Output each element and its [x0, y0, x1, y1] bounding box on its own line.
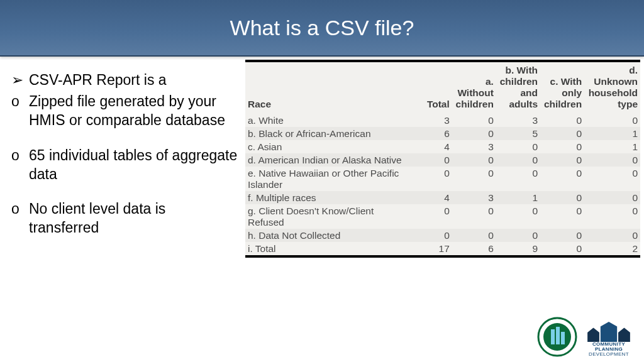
bullet-text: Zipped file generated by your HMIS or co… — [29, 92, 239, 130]
table-row: g. Client Doesn't Know/Client Refused000… — [245, 204, 640, 229]
cell-value: 3 — [413, 114, 452, 127]
cell-value: 0 — [540, 153, 584, 167]
race-label: a. White — [245, 114, 413, 127]
race-label: f. Multiple races — [245, 191, 413, 204]
cpd-text-3: DEVELOPMENT — [589, 352, 629, 357]
cell-value: 0 — [413, 153, 452, 167]
bullet-list: ➢CSV-APR Report is ao Zipped file genera… — [0, 60, 245, 362]
cell-value: 0 — [413, 167, 452, 191]
race-label: i. Total — [245, 242, 413, 255]
race-label: e. Native Hawaiian or Other Pacific Isla… — [245, 167, 413, 191]
bullet-text: No client level data is transferred — [29, 200, 239, 238]
table-row: b. Black or African-American60501 — [245, 127, 640, 140]
table-row: d. American Indian or Alaska Native00000 — [245, 153, 640, 167]
cell-value: 0 — [452, 153, 496, 167]
cell-value: 6 — [413, 127, 452, 140]
col-header: a. Without children — [452, 62, 496, 114]
race-label: h. Data Not Collected — [245, 229, 413, 242]
cell-value: 2 — [584, 242, 640, 255]
bullet-item: oNo client level data is transferred — [11, 200, 239, 238]
table-row: e. Native Hawaiian or Other Pacific Isla… — [245, 167, 640, 191]
cell-value: 0 — [540, 242, 584, 255]
svg-marker-9 — [587, 327, 599, 342]
cell-value: 0 — [540, 114, 584, 127]
svg-rect-7 — [556, 327, 560, 344]
hud-seal-icon — [537, 317, 577, 357]
col-header: Race — [245, 62, 413, 114]
cell-value: 0 — [584, 153, 640, 167]
cell-value: 9 — [496, 242, 540, 255]
bullet-item: ➢CSV-APR Report is a — [11, 71, 239, 90]
race-table: RaceTotala. Without childrenb. With chil… — [245, 60, 640, 258]
cell-value: 0 — [496, 204, 540, 229]
cell-value: 0 — [452, 229, 496, 242]
cell-value: 17 — [413, 242, 452, 255]
table-row: f. Multiple races43100 — [245, 191, 640, 204]
col-header: Total — [413, 62, 452, 114]
cell-value: 0 — [584, 114, 640, 127]
race-label: b. Black or African-American — [245, 127, 413, 140]
svg-marker-11 — [618, 327, 630, 342]
svg-rect-8 — [561, 332, 565, 344]
bullet-marker: ➢ — [11, 71, 29, 90]
cell-value: 0 — [584, 191, 640, 204]
cell-value: 0 — [413, 204, 452, 229]
slide-title-bar: What is a CSV file? — [0, 0, 644, 57]
cell-value: 0 — [584, 229, 640, 242]
bullet-text: 65 individual tables of aggregate data — [29, 146, 239, 184]
cell-value: 0 — [452, 114, 496, 127]
cell-value: 4 — [413, 191, 452, 204]
cell-value: 1 — [584, 127, 640, 140]
cell-value: 0 — [452, 167, 496, 191]
race-label: g. Client Doesn't Know/Client Refused — [245, 204, 413, 229]
bullet-marker: o — [11, 146, 29, 184]
svg-rect-6 — [551, 329, 555, 344]
bullet-text: CSV-APR Report is a — [29, 71, 239, 90]
cell-value: 0 — [540, 229, 584, 242]
bullet-marker: o — [11, 92, 29, 130]
col-header: d. Unknown household type — [584, 62, 640, 114]
table-row: i. Total176902 — [245, 242, 640, 255]
cell-value: 0 — [452, 204, 496, 229]
col-header: c. With only children — [540, 62, 584, 114]
footer-logos: COMMUNITY PLANNING DEVELOPMENT — [537, 317, 631, 357]
cell-value: 0 — [452, 127, 496, 140]
table-row: h. Data Not Collected00000 — [245, 229, 640, 242]
cell-value: 0 — [496, 140, 540, 153]
cell-value: 3 — [496, 114, 540, 127]
cell-value: 1 — [584, 140, 640, 153]
cell-value: 0 — [540, 127, 584, 140]
cell-value: 0 — [540, 140, 584, 153]
cell-value: 0 — [540, 191, 584, 204]
cpd-logo: COMMUNITY PLANNING DEVELOPMENT — [586, 322, 631, 357]
race-label: c. Asian — [245, 140, 413, 153]
table-row: c. Asian43001 — [245, 140, 640, 153]
cell-value: 0 — [496, 153, 540, 167]
cell-value: 0 — [496, 229, 540, 242]
bullet-item: o Zipped file generated by your HMIS or … — [11, 92, 239, 130]
cell-value: 3 — [452, 191, 496, 204]
cell-value: 6 — [452, 242, 496, 255]
cell-value: 0 — [540, 204, 584, 229]
cell-value: 0 — [413, 229, 452, 242]
cell-value: 4 — [413, 140, 452, 153]
cell-value: 0 — [540, 167, 584, 191]
col-header: b. With children and adults — [496, 62, 540, 114]
race-label: d. American Indian or Alaska Native — [245, 153, 413, 167]
cell-value: 5 — [496, 127, 540, 140]
cell-value: 0 — [584, 204, 640, 229]
cell-value: 0 — [496, 167, 540, 191]
cell-value: 0 — [584, 167, 640, 191]
svg-marker-10 — [601, 322, 617, 342]
bullet-item: o65 individual tables of aggregate data — [11, 146, 239, 184]
table-row: a. White30300 — [245, 114, 640, 127]
cell-value: 3 — [452, 140, 496, 153]
slide-title: What is a CSV file? — [230, 16, 414, 40]
bullet-marker: o — [11, 200, 29, 238]
cell-value: 1 — [496, 191, 540, 204]
